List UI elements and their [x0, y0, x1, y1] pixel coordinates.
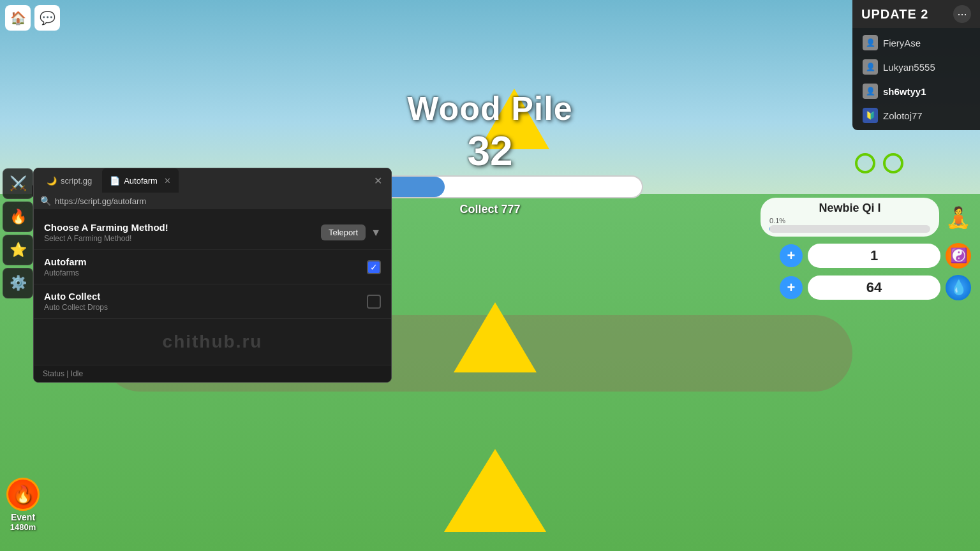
autofarm-subtitle: Autofarms: [44, 268, 367, 277]
autocollect-toggle[interactable]: [367, 295, 381, 309]
qi-orb-icon: ☯️: [946, 243, 971, 268]
qi-plus-button[interactable]: +: [780, 244, 803, 267]
event-badge[interactable]: 🔥 Event 1480m: [6, 478, 40, 532]
farming-method-subtitle: Select A Farming Method!: [44, 234, 321, 243]
event-icon: 🔥: [6, 478, 40, 511]
script-panel: 🌙 script.gg 📄 Autofarm ✕ ✕ 🔍 Choose A Fa…: [33, 168, 392, 383]
url-search-icon: 🔍: [40, 196, 51, 206]
player-item-3[interactable]: 👤 sh6wtyy1: [852, 79, 980, 103]
top-left-icons: 🏠 💬: [5, 5, 60, 31]
water-value: 64: [866, 279, 882, 296]
qi-percent-label: 0.1%: [769, 217, 785, 224]
water-stat-bar: + 64 💧: [780, 275, 971, 300]
player-name-1: FieryAse: [883, 38, 921, 48]
autofarm-info: Autofarm Autofarms: [44, 256, 367, 277]
ring-1: [855, 153, 875, 173]
player-item-1[interactable]: 👤 FieryAse: [852, 31, 980, 55]
wood-pile-title: Wood Pile: [407, 89, 572, 128]
autocollect-info: Auto Collect Auto Collect Drops: [44, 291, 367, 312]
script-tabs-bar: 🌙 script.gg 📄 Autofarm ✕ ✕: [34, 168, 391, 193]
teleport-button[interactable]: Teleport: [321, 224, 366, 240]
sidebar-btn-gear[interactable]: ⚙️: [3, 268, 33, 298]
ring-decorations: [855, 153, 903, 173]
autofarm-controls: ✓: [367, 260, 381, 274]
script-content: Choose A Farming Method! Select A Farmin…: [34, 209, 391, 365]
event-time: 1480m: [10, 522, 36, 532]
autocollect-subtitle: Auto Collect Drops: [44, 303, 367, 312]
event-label: Event: [11, 512, 35, 522]
right-hud: Newbie Qi I 0.1% 🧘 + 1 ☯️ + 64 💧: [761, 198, 971, 300]
qi-value: 1: [870, 247, 878, 264]
scriptgg-tab-label: script.gg: [61, 176, 92, 186]
script-tab-scriptgg[interactable]: 🌙 script.gg: [39, 168, 100, 193]
qi-value-bar: 1: [808, 244, 940, 268]
autofarm-tab-label: Autofarm: [124, 176, 158, 186]
home-icon[interactable]: 🏠: [5, 5, 31, 31]
player-avatar-1: 👤: [863, 35, 878, 50]
status-text: Status | Idle: [43, 369, 83, 378]
chat-icon[interactable]: 💬: [34, 5, 60, 31]
url-input[interactable]: [55, 196, 385, 206]
wood-pile-count: 32: [407, 128, 572, 175]
sidebar-btn-sword[interactable]: ⚔️: [3, 168, 33, 199]
player-name-3: sh6wtyy1: [883, 86, 926, 97]
qi-stat-bar: + 1 ☯️: [780, 243, 971, 268]
sidebar-btn-fire[interactable]: 🔥: [3, 202, 33, 232]
left-sidebar: ⚔️ 🔥 ⭐ ⚙️: [0, 166, 36, 301]
autocollect-title: Auto Collect: [44, 291, 367, 302]
player-name-4: Zolotoj77: [883, 110, 923, 121]
player-avatar-4: 🔰: [863, 108, 878, 123]
sidebar-btn-star[interactable]: ⭐: [3, 235, 33, 265]
autocollect-controls: [367, 295, 381, 309]
watermark: chithub.ru: [34, 319, 391, 358]
progress-label: Collect 777: [459, 203, 520, 216]
qi-bar-background: [769, 225, 930, 233]
player-item-4[interactable]: 🔰 Zolotoj77: [852, 103, 980, 128]
script-panel-close-button[interactable]: ✕: [370, 173, 386, 188]
autofarm-tab-close[interactable]: ✕: [164, 176, 171, 186]
player-avatar-2: 👤: [863, 59, 878, 75]
player-avatar-3: 👤: [863, 84, 878, 99]
wood-pile-display: Wood Pile 32: [407, 89, 572, 175]
qi-level-title: Newbie Qi I: [819, 202, 880, 215]
autofarm-row: Autofarm Autofarms ✓: [34, 250, 391, 284]
scriptgg-tab-icon: 🌙: [47, 176, 57, 186]
status-bar: Status | Idle: [34, 365, 391, 382]
script-tab-autofarm[interactable]: 📄 Autofarm ✕: [102, 168, 179, 193]
triangle-arrow-2: [454, 302, 537, 372]
farming-method-info: Choose A Farming Method! Select A Farmin…: [44, 222, 321, 243]
update-header: UPDATE 2 ···: [852, 0, 980, 28]
player-name-2: Lukyan5555: [883, 62, 935, 73]
player-item-2[interactable]: 👤 Lukyan5555: [852, 55, 980, 79]
water-plus-button[interactable]: +: [780, 276, 803, 299]
farming-method-row: Choose A Farming Method! Select A Farmin…: [34, 216, 391, 250]
script-url-bar: 🔍: [34, 193, 391, 209]
autocollect-row: Auto Collect Auto Collect Drops: [34, 284, 391, 319]
player-list: 👤 FieryAse 👤 Lukyan5555 👤 sh6wtyy1 🔰 Zol…: [852, 28, 980, 130]
dropdown-arrow-icon[interactable]: ▼: [371, 227, 381, 239]
farming-method-controls: Teleport ▼: [321, 224, 381, 240]
qi-panel: Newbie Qi I 0.1%: [761, 198, 939, 237]
update-panel: UPDATE 2 ··· 👤 FieryAse 👤 Lukyan5555 👤 s…: [852, 0, 980, 130]
farming-method-title: Choose A Farming Method!: [44, 222, 321, 233]
autofarm-tab-icon: 📄: [110, 176, 120, 186]
autofarm-toggle[interactable]: ✓: [367, 260, 381, 274]
water-value-bar: 64: [808, 276, 940, 300]
update-dots-button[interactable]: ···: [953, 5, 971, 23]
update-title: UPDATE 2: [861, 7, 928, 22]
triangle-arrow-3: [444, 449, 546, 532]
ring-2: [883, 153, 903, 173]
water-orb-icon: 💧: [946, 275, 971, 300]
qi-person-icon: 🧘: [946, 205, 971, 230]
autofarm-title: Autofarm: [44, 256, 367, 267]
